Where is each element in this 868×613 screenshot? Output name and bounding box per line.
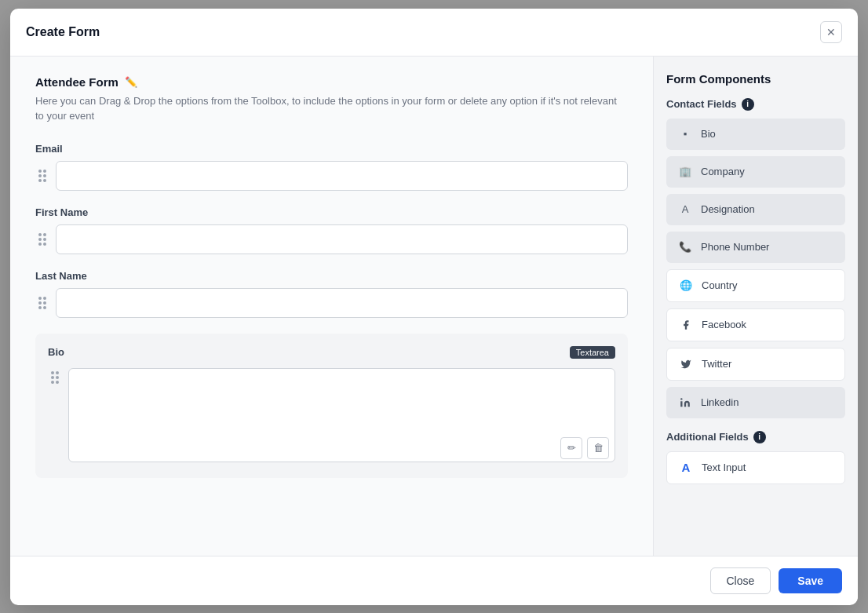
- component-phone-label: Phone Number: [701, 241, 769, 253]
- form-heading: Attendee Form ✏️: [35, 75, 628, 89]
- designation-icon: A: [677, 202, 693, 217]
- linkedin-icon: [677, 395, 693, 410]
- text-input-icon: A: [678, 460, 694, 476]
- email-label: Email: [35, 143, 628, 155]
- bio-textarea[interactable]: [68, 368, 615, 462]
- first-name-field-row: [35, 224, 628, 254]
- building-icon: 🏢: [677, 164, 693, 180]
- facebook-icon: [678, 317, 694, 333]
- component-bio-label: Bio: [701, 128, 716, 140]
- last-name-field-row: [35, 288, 628, 318]
- additional-fields-section: Additional Fields i A Text Input: [666, 431, 845, 484]
- close-button[interactable]: Close: [710, 567, 771, 594]
- globe-icon: 🌐: [678, 278, 694, 294]
- contact-fields-label: Contact Fields i: [666, 98, 845, 111]
- component-item-phone-number[interactable]: 📞 Phone Number: [666, 232, 845, 263]
- email-input[interactable]: [56, 161, 628, 191]
- email-drag-handle[interactable]: [35, 166, 49, 185]
- last-name-input[interactable]: [56, 288, 628, 318]
- modal-footer: Close Save: [10, 556, 858, 605]
- first-name-input[interactable]: [56, 224, 628, 254]
- component-item-facebook[interactable]: Facebook: [666, 308, 845, 341]
- first-name-field-group: First Name: [35, 206, 628, 254]
- components-title: Form Components: [666, 72, 845, 86]
- component-text-input-label: Text Input: [702, 462, 746, 473]
- bio-field-group: Bio Textarea ✏ 🗑: [35, 334, 628, 478]
- component-item-company[interactable]: 🏢 Company: [666, 156, 845, 188]
- component-item-country[interactable]: 🌐 Country: [666, 269, 845, 302]
- bio-edit-button[interactable]: ✏: [560, 437, 582, 459]
- modal-header: Create Form ✕: [10, 9, 858, 57]
- bio-delete-button[interactable]: 🗑: [587, 437, 609, 459]
- modal-title: Create Form: [26, 25, 100, 39]
- bio-field-header: Bio Textarea: [48, 346, 615, 359]
- component-country-label: Country: [702, 279, 738, 291]
- last-name-drag-handle[interactable]: [35, 294, 49, 312]
- components-panel: Form Components Contact Fields i ▪️ Bio …: [654, 57, 858, 556]
- bio-drag-handle[interactable]: [48, 368, 62, 387]
- email-field-row: [35, 161, 628, 191]
- bio-label: Bio: [48, 346, 64, 358]
- modal-close-button[interactable]: ✕: [820, 21, 842, 43]
- first-name-drag-handle[interactable]: [35, 230, 49, 249]
- component-item-bio[interactable]: ▪️ Bio: [666, 119, 845, 150]
- email-field-group: Email: [35, 143, 628, 191]
- form-heading-title: Attendee Form: [35, 75, 119, 89]
- save-button[interactable]: Save: [779, 568, 842, 593]
- additional-fields-label: Additional Fields i: [666, 431, 845, 443]
- last-name-label: Last Name: [35, 270, 628, 282]
- additional-fields-info-icon[interactable]: i: [753, 431, 766, 443]
- component-linkedin-label: Linkedin: [701, 396, 739, 408]
- component-item-designation[interactable]: A Designation: [666, 194, 845, 225]
- edit-icon[interactable]: ✏️: [125, 76, 137, 88]
- component-designation-label: Designation: [701, 203, 755, 215]
- first-name-label: First Name: [35, 206, 628, 218]
- component-facebook-label: Facebook: [702, 319, 746, 330]
- component-item-twitter[interactable]: Twitter: [666, 348, 845, 381]
- close-x-icon: ✕: [826, 26, 836, 38]
- last-name-field-group: Last Name: [35, 270, 628, 318]
- svg-point-0: [680, 398, 682, 400]
- twitter-icon: [678, 356, 694, 372]
- component-twitter-label: Twitter: [702, 358, 731, 370]
- component-company-label: Company: [701, 166, 745, 177]
- card-icon: ▪️: [677, 126, 693, 142]
- component-item-linkedin[interactable]: Linkedin: [666, 387, 845, 418]
- form-description: Here you can Drag & Drop the options fro…: [35, 93, 628, 124]
- form-panel: Attendee Form ✏️ Here you can Drag & Dro…: [10, 57, 654, 556]
- bio-row: ✏ 🗑: [48, 368, 615, 465]
- textarea-badge: Textarea: [570, 346, 615, 359]
- create-form-modal: Create Form ✕ Attendee Form ✏️ Here you …: [10, 9, 858, 605]
- contact-fields-info-icon[interactable]: i: [742, 98, 754, 111]
- bio-actions: ✏ 🗑: [560, 437, 609, 459]
- component-item-text-input[interactable]: A Text Input: [666, 451, 845, 484]
- modal-body: Attendee Form ✏️ Here you can Drag & Dro…: [10, 57, 858, 556]
- bio-textarea-wrapper: ✏ 🗑: [68, 368, 615, 465]
- phone-icon: 📞: [677, 239, 693, 255]
